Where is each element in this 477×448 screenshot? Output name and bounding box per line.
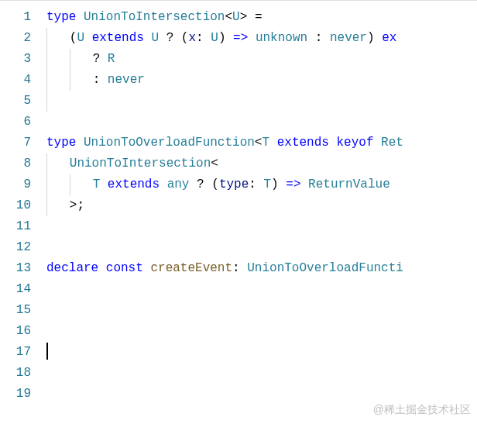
code-line[interactable] bbox=[46, 300, 477, 321]
line-number: 7 bbox=[0, 133, 31, 153]
code-line[interactable]: type UnionToIntersection<U> = bbox=[46, 7, 477, 28]
code-editor[interactable]: 12345678910111213141516171819 type Union… bbox=[0, 1, 477, 448]
code-line[interactable]: type UnionToOverloadFunction<T extends k… bbox=[46, 133, 477, 153]
code-line[interactable]: ? R bbox=[46, 49, 477, 70]
code-line[interactable]: declare const createEvent: UnionToOverlo… bbox=[46, 258, 477, 279]
text-cursor bbox=[46, 343, 48, 360]
code-line[interactable]: UnionToIntersection< bbox=[46, 153, 477, 174]
code-line[interactable] bbox=[46, 216, 477, 237]
code-line[interactable] bbox=[46, 91, 477, 112]
code-line[interactable] bbox=[46, 237, 477, 258]
code-line[interactable]: (U extends U ? (x: U) => unknown : never… bbox=[46, 28, 477, 49]
line-number: 12 bbox=[0, 237, 31, 258]
line-number: 14 bbox=[0, 279, 31, 300]
line-number: 15 bbox=[0, 300, 31, 321]
line-number: 1 bbox=[0, 7, 31, 28]
line-number-gutter: 12345678910111213141516171819 bbox=[0, 7, 46, 448]
code-line[interactable]: T extends any ? (type: T) => ReturnValue bbox=[46, 174, 477, 195]
code-line[interactable] bbox=[46, 279, 477, 300]
line-number: 6 bbox=[0, 112, 31, 133]
line-number: 9 bbox=[0, 174, 31, 195]
line-number: 8 bbox=[0, 153, 31, 174]
code-line[interactable]: : never bbox=[46, 70, 477, 91]
line-number: 2 bbox=[0, 28, 31, 49]
line-number: 19 bbox=[0, 384, 31, 405]
line-number: 3 bbox=[0, 49, 31, 70]
line-number: 16 bbox=[0, 321, 31, 342]
watermark-text: @稀土掘金技术社区 bbox=[373, 403, 471, 417]
code-content[interactable]: type UnionToIntersection<U> = (U extends… bbox=[46, 7, 477, 448]
line-number: 4 bbox=[0, 70, 31, 91]
code-line[interactable] bbox=[46, 384, 477, 405]
line-number: 18 bbox=[0, 363, 31, 384]
line-number: 10 bbox=[0, 195, 31, 216]
code-line[interactable] bbox=[46, 112, 477, 133]
code-line[interactable] bbox=[46, 363, 477, 384]
code-line[interactable]: >; bbox=[46, 195, 477, 216]
code-line[interactable] bbox=[46, 342, 477, 363]
line-number: 5 bbox=[0, 91, 31, 112]
line-number: 17 bbox=[0, 342, 31, 363]
line-number: 11 bbox=[0, 216, 31, 237]
code-line[interactable] bbox=[46, 321, 477, 342]
line-number: 13 bbox=[0, 258, 31, 279]
